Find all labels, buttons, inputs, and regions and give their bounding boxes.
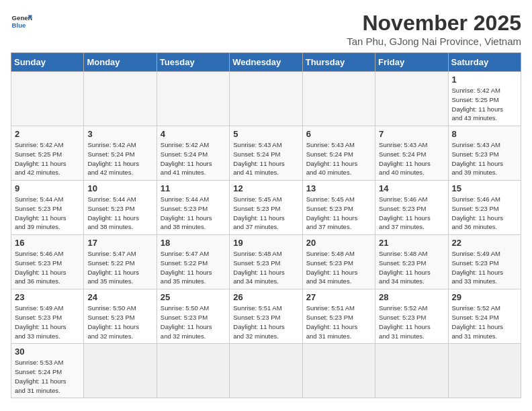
day-info: Sunrise: 5:46 AMSunset: 5:23 PMDaylight:…	[15, 249, 80, 286]
calendar-cell: 17Sunrise: 5:47 AMSunset: 5:22 PMDayligh…	[84, 235, 157, 289]
calendar-week-row: 16Sunrise: 5:46 AMSunset: 5:23 PMDayligh…	[11, 235, 521, 289]
day-number: 29	[452, 292, 517, 302]
day-number: 25	[161, 292, 226, 302]
day-info: Sunrise: 5:43 AMSunset: 5:24 PMDaylight:…	[379, 140, 444, 177]
calendar-cell	[157, 344, 229, 398]
calendar-cell: 23Sunrise: 5:49 AMSunset: 5:23 PMDayligh…	[11, 289, 84, 344]
calendar-cell	[230, 344, 302, 398]
day-info: Sunrise: 5:42 AMSunset: 5:24 PMDaylight:…	[87, 140, 152, 177]
day-number: 5	[233, 129, 298, 139]
day-info: Sunrise: 5:43 AMSunset: 5:24 PMDaylight:…	[306, 140, 371, 177]
day-number: 6	[306, 129, 371, 139]
day-number: 28	[379, 292, 444, 302]
calendar-cell	[157, 72, 229, 126]
calendar-cell: 16Sunrise: 5:46 AMSunset: 5:23 PMDayligh…	[11, 235, 84, 289]
calendar-cell: 9Sunrise: 5:44 AMSunset: 5:23 PMDaylight…	[11, 181, 84, 235]
day-number: 21	[379, 238, 444, 248]
day-info: Sunrise: 5:42 AMSunset: 5:24 PMDaylight:…	[161, 140, 226, 177]
calendar-cell	[11, 72, 84, 126]
weekday-header-monday: Monday	[84, 53, 157, 72]
day-info: Sunrise: 5:52 AMSunset: 5:23 PMDaylight:…	[379, 304, 444, 340]
calendar-cell	[375, 344, 448, 398]
calendar-cell: 1Sunrise: 5:42 AMSunset: 5:25 PMDaylight…	[448, 72, 521, 126]
day-info: Sunrise: 5:47 AMSunset: 5:22 PMDaylight:…	[161, 249, 226, 286]
day-info: Sunrise: 5:46 AMSunset: 5:23 PMDaylight:…	[379, 195, 444, 232]
calendar-cell: 21Sunrise: 5:48 AMSunset: 5:23 PMDayligh…	[375, 235, 448, 289]
day-number: 15	[452, 183, 517, 193]
header: General Blue November 2025 Tan Phu, GJon…	[11, 11, 521, 47]
day-number: 16	[15, 238, 80, 248]
day-number: 2	[15, 129, 80, 139]
weekday-header-friday: Friday	[375, 53, 448, 72]
calendar-cell	[375, 72, 448, 126]
calendar-cell: 6Sunrise: 5:43 AMSunset: 5:24 PMDaylight…	[302, 126, 375, 181]
calendar-cell: 28Sunrise: 5:52 AMSunset: 5:23 PMDayligh…	[375, 289, 448, 344]
calendar-cell: 3Sunrise: 5:42 AMSunset: 5:24 PMDaylight…	[84, 126, 157, 181]
calendar-cell	[302, 72, 375, 126]
day-number: 26	[233, 292, 298, 302]
day-info: Sunrise: 5:48 AMSunset: 5:23 PMDaylight:…	[379, 249, 444, 286]
day-number: 19	[233, 238, 298, 248]
day-number: 10	[87, 183, 152, 193]
day-info: Sunrise: 5:51 AMSunset: 5:23 PMDaylight:…	[306, 304, 371, 340]
day-info: Sunrise: 5:48 AMSunset: 5:23 PMDaylight:…	[306, 249, 371, 286]
calendar-week-row: 2Sunrise: 5:42 AMSunset: 5:25 PMDaylight…	[11, 126, 521, 181]
day-info: Sunrise: 5:44 AMSunset: 5:23 PMDaylight:…	[87, 195, 152, 232]
day-number: 20	[306, 238, 371, 248]
calendar-cell: 22Sunrise: 5:49 AMSunset: 5:23 PMDayligh…	[448, 235, 521, 289]
calendar-cell	[448, 344, 521, 398]
day-number: 30	[15, 347, 80, 357]
calendar-cell: 2Sunrise: 5:42 AMSunset: 5:25 PMDaylight…	[11, 126, 84, 181]
day-number: 13	[306, 183, 371, 193]
day-number: 27	[306, 292, 371, 302]
calendar-cell: 20Sunrise: 5:48 AMSunset: 5:23 PMDayligh…	[302, 235, 375, 289]
logo: General Blue	[11, 11, 32, 32]
calendar-cell: 18Sunrise: 5:47 AMSunset: 5:22 PMDayligh…	[157, 235, 229, 289]
calendar-cell: 11Sunrise: 5:44 AMSunset: 5:23 PMDayligh…	[157, 181, 229, 235]
day-info: Sunrise: 5:47 AMSunset: 5:22 PMDaylight:…	[87, 249, 152, 286]
calendar-cell: 5Sunrise: 5:43 AMSunset: 5:24 PMDaylight…	[230, 126, 302, 181]
day-number: 4	[161, 129, 226, 139]
day-info: Sunrise: 5:53 AMSunset: 5:24 PMDaylight:…	[15, 358, 80, 395]
calendar-cell: 15Sunrise: 5:46 AMSunset: 5:23 PMDayligh…	[448, 181, 521, 235]
day-number: 11	[161, 183, 226, 193]
day-info: Sunrise: 5:50 AMSunset: 5:23 PMDaylight:…	[87, 304, 152, 340]
day-number: 8	[452, 129, 517, 139]
weekday-header-saturday: Saturday	[448, 53, 521, 72]
calendar-cell: 26Sunrise: 5:51 AMSunset: 5:23 PMDayligh…	[230, 289, 302, 344]
day-number: 3	[87, 129, 152, 139]
day-info: Sunrise: 5:51 AMSunset: 5:23 PMDaylight:…	[233, 304, 298, 340]
day-number: 9	[15, 183, 80, 193]
day-info: Sunrise: 5:46 AMSunset: 5:23 PMDaylight:…	[452, 195, 517, 232]
calendar-table: SundayMondayTuesdayWednesdayThursdayFrid…	[11, 52, 521, 398]
day-info: Sunrise: 5:50 AMSunset: 5:23 PMDaylight:…	[161, 304, 226, 340]
weekday-header-sunday: Sunday	[11, 53, 84, 72]
month-title: November 2025	[347, 11, 521, 36]
day-info: Sunrise: 5:45 AMSunset: 5:23 PMDaylight:…	[233, 195, 298, 232]
day-number: 23	[15, 292, 80, 302]
calendar-cell: 10Sunrise: 5:44 AMSunset: 5:23 PMDayligh…	[84, 181, 157, 235]
day-info: Sunrise: 5:43 AMSunset: 5:23 PMDaylight:…	[452, 140, 517, 177]
calendar-cell: 7Sunrise: 5:43 AMSunset: 5:24 PMDaylight…	[375, 126, 448, 181]
day-info: Sunrise: 5:42 AMSunset: 5:25 PMDaylight:…	[15, 140, 80, 177]
day-number: 1	[452, 75, 517, 85]
location-title: Tan Phu, GJong Nai Province, Vietnam	[347, 36, 521, 47]
day-number: 7	[379, 129, 444, 139]
calendar-week-row: 1Sunrise: 5:42 AMSunset: 5:25 PMDaylight…	[11, 72, 521, 126]
day-number: 18	[161, 238, 226, 248]
weekday-header-thursday: Thursday	[302, 53, 375, 72]
day-info: Sunrise: 5:43 AMSunset: 5:24 PMDaylight:…	[233, 140, 298, 177]
calendar-cell: 27Sunrise: 5:51 AMSunset: 5:23 PMDayligh…	[302, 289, 375, 344]
calendar-week-row: 9Sunrise: 5:44 AMSunset: 5:23 PMDaylight…	[11, 181, 521, 235]
calendar-week-row: 23Sunrise: 5:49 AMSunset: 5:23 PMDayligh…	[11, 289, 521, 344]
day-info: Sunrise: 5:44 AMSunset: 5:23 PMDaylight:…	[15, 195, 80, 232]
day-number: 12	[233, 183, 298, 193]
day-info: Sunrise: 5:42 AMSunset: 5:25 PMDaylight:…	[452, 86, 517, 123]
calendar-cell: 29Sunrise: 5:52 AMSunset: 5:24 PMDayligh…	[448, 289, 521, 344]
title-block: November 2025 Tan Phu, GJong Nai Provinc…	[347, 11, 521, 47]
calendar-week-row: 30Sunrise: 5:53 AMSunset: 5:24 PMDayligh…	[11, 344, 521, 398]
calendar-cell	[84, 72, 157, 126]
calendar-cell	[302, 344, 375, 398]
day-number: 24	[87, 292, 152, 302]
day-number: 17	[87, 238, 152, 248]
